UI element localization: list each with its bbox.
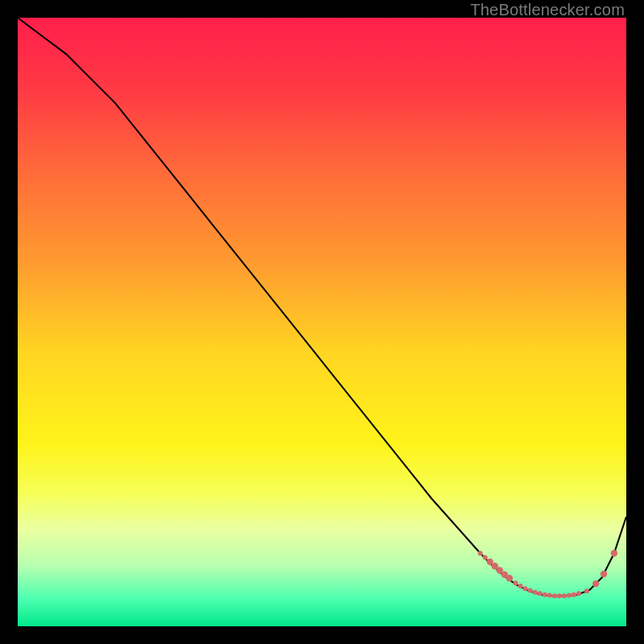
marker-dot xyxy=(557,593,562,598)
marker-dot xyxy=(592,580,599,587)
marker-dot xyxy=(533,590,538,595)
marker-dot xyxy=(562,593,567,598)
marker-dot xyxy=(567,592,572,597)
marker-dot xyxy=(552,593,557,598)
watermark-text: TheBottlenecker.com xyxy=(470,1,625,19)
marker-dot xyxy=(506,575,513,581)
marker-dot xyxy=(523,586,528,591)
marker-dot xyxy=(528,588,533,592)
marker-dot xyxy=(478,551,483,555)
marker-dot xyxy=(518,584,522,588)
marker-dot xyxy=(611,550,617,556)
marker-dot xyxy=(483,555,488,560)
marker-dot xyxy=(513,580,518,585)
chart-svg xyxy=(18,18,626,626)
marker-dot xyxy=(576,591,581,596)
marker-dot xyxy=(572,592,576,597)
gradient-background xyxy=(18,18,626,626)
marker-dot xyxy=(538,591,543,596)
marker-dot xyxy=(543,592,547,597)
marker-dot xyxy=(547,592,552,597)
chart-frame xyxy=(18,18,626,626)
marker-dot xyxy=(601,571,607,577)
marker-dot xyxy=(584,588,589,593)
